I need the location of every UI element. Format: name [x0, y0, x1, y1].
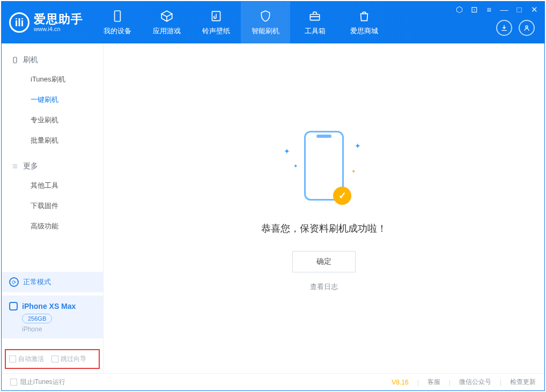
checkbox-icon: [51, 356, 58, 363]
nav-label: 铃声壁纸: [202, 26, 230, 36]
nav-store[interactable]: 爱思商城: [340, 2, 389, 43]
device-icon: [110, 9, 124, 23]
cube-icon: [160, 9, 174, 23]
sidebar-item-pro-flash[interactable]: 专业刷机: [2, 110, 103, 130]
checkbox-icon: [10, 379, 17, 386]
sidebar-item-oneclick-flash[interactable]: 一键刷机: [2, 90, 103, 110]
list-icon: [11, 162, 19, 170]
success-message: 恭喜您，保资料刷机成功啦！: [261, 222, 387, 235]
logo: ili 爱思助手 www.i4.cn: [2, 2, 93, 43]
app-title: 爱思助手: [34, 13, 83, 26]
minimize-icon[interactable]: —: [499, 5, 509, 14]
menu-icon[interactable]: ≡: [484, 5, 494, 14]
mode-label: 正常模式: [23, 277, 51, 287]
nav-apps-games[interactable]: 应用游戏: [142, 2, 191, 43]
sidebar-item-download-firmware[interactable]: 下载固件: [2, 196, 103, 216]
svg-point-3: [526, 26, 528, 28]
sidebar: 刷机 iTunes刷机 一键刷机 专业刷机 批量刷机 更多 其他工具 下载固件 …: [2, 43, 104, 373]
nav-toolbox[interactable]: 工具箱: [290, 2, 340, 43]
success-illustration: ✦ ✦ ✦ ✦ ✓: [278, 125, 370, 206]
sidebar-item-itunes-flash[interactable]: iTunes刷机: [2, 69, 103, 90]
sparkle-icon: ✦: [351, 168, 356, 174]
version-label: V8.16: [392, 379, 408, 386]
close-icon[interactable]: ✕: [529, 5, 539, 14]
wechat-link[interactable]: 微信公众号: [459, 378, 491, 387]
view-log-link[interactable]: 查看日志: [310, 282, 338, 292]
separator: |: [449, 379, 451, 386]
sidebar-section-more: 更多: [2, 157, 103, 175]
svg-rect-0: [115, 11, 121, 21]
download-icon[interactable]: [496, 20, 512, 36]
bag-icon: [357, 9, 371, 23]
maximize-icon[interactable]: □: [514, 5, 524, 14]
window-controls: ⬡ ⊡ ≡ — □ ✕: [454, 5, 539, 14]
nav-label: 工具箱: [305, 26, 326, 36]
main-content: ✦ ✦ ✦ ✦ ✓ 恭喜您，保资料刷机成功啦！ 确定 查看日志: [104, 43, 544, 373]
sidebar-item-advanced[interactable]: 高级功能: [2, 216, 103, 236]
device-name: iPhone XS Max: [22, 302, 76, 310]
separator: |: [417, 379, 419, 386]
support-link[interactable]: 客服: [427, 378, 440, 387]
device-card[interactable]: iPhone XS Max 256GB iPhone: [2, 295, 103, 338]
nav-label: 爱思商城: [350, 26, 378, 36]
section-title: 更多: [23, 161, 38, 171]
separator: |: [500, 379, 501, 386]
nav-label: 应用游戏: [153, 26, 181, 36]
sparkle-icon: ✦: [284, 147, 290, 156]
nav-label: 智能刷机: [252, 26, 279, 36]
sidebar-item-batch-flash[interactable]: 批量刷机: [2, 130, 103, 151]
app-subtitle: www.i4.cn: [34, 26, 83, 32]
checkbox-label: 阻止iTunes运行: [20, 378, 65, 387]
sidebar-item-other-tools[interactable]: 其他工具: [2, 175, 103, 196]
checkbox-auto-activate[interactable]: 自动激活: [9, 354, 44, 364]
device-type: iPhone: [22, 326, 95, 333]
nav-my-device[interactable]: 我的设备: [93, 2, 142, 43]
device-small-icon: [9, 302, 18, 310]
mode-icon: ⟳: [9, 277, 19, 287]
checkbox-label: 跳过向导: [61, 354, 86, 364]
skin-icon[interactable]: ⬡: [454, 5, 464, 14]
check-update-link[interactable]: 检查更新: [510, 378, 536, 387]
shield-icon: [259, 9, 272, 23]
checkbox-label: 自动激活: [18, 354, 44, 364]
footer: 阻止iTunes运行 V8.16 | 客服 | 微信公众号 | 检查更新: [2, 373, 544, 390]
device-storage: 256GB: [22, 314, 52, 323]
sidebar-section-flash: 刷机: [2, 51, 103, 69]
checkbox-skip-setup[interactable]: 跳过向导: [51, 354, 86, 364]
header: ili 爱思助手 www.i4.cn 我的设备 应用游戏 铃声壁纸 智能刷机: [2, 2, 544, 43]
ok-button[interactable]: 确定: [292, 251, 356, 272]
main-nav: 我的设备 应用游戏 铃声壁纸 智能刷机 工具箱 爱思商城: [93, 2, 389, 43]
music-icon: [209, 9, 223, 23]
svg-rect-4: [13, 57, 17, 63]
checkbox-block-itunes[interactable]: 阻止iTunes运行: [10, 378, 65, 387]
toolbox-icon: [308, 9, 322, 23]
phone-small-icon: [11, 56, 19, 64]
sparkle-icon: ✦: [355, 142, 361, 150]
nav-ringtones[interactable]: 铃声壁纸: [191, 2, 241, 43]
mode-indicator[interactable]: ⟳ 正常模式: [2, 272, 103, 292]
sparkle-icon: ✦: [293, 163, 298, 169]
section-title: 刷机: [23, 55, 38, 65]
checkmark-badge-icon: ✓: [333, 187, 351, 205]
user-icon[interactable]: [519, 20, 535, 36]
checkbox-icon: [9, 356, 16, 363]
options-highlight: 自动激活 跳过向导: [5, 349, 100, 369]
nav-label: 我的设备: [104, 26, 131, 36]
logo-icon: ili: [9, 12, 29, 33]
feedback-icon[interactable]: ⊡: [469, 5, 479, 14]
nav-smart-flash[interactable]: 智能刷机: [241, 2, 290, 43]
header-actions: [496, 20, 535, 36]
svg-rect-2: [310, 14, 319, 20]
